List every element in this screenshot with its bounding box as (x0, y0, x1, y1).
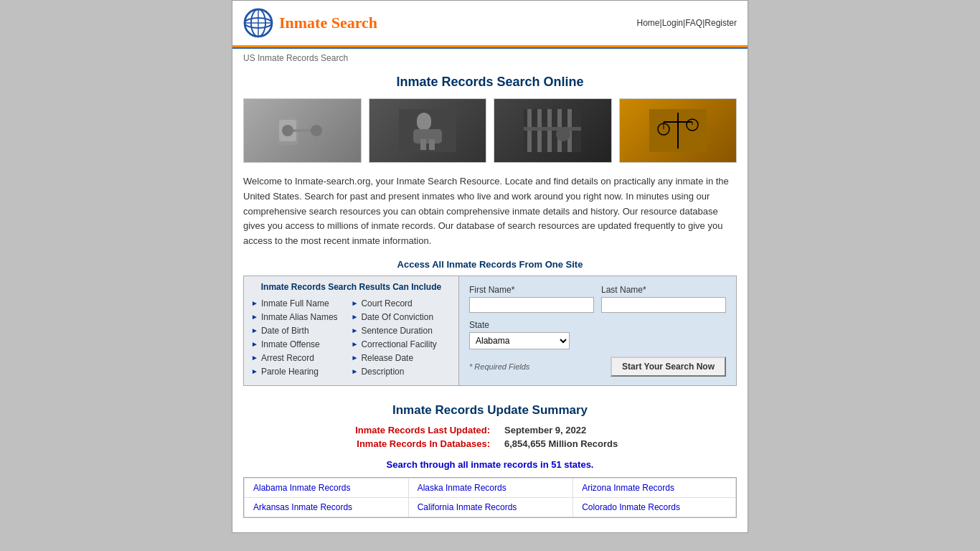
right-panel: First Name* Last Name* State AlabamaAlas… (459, 276, 736, 385)
state-table-body: Alabama Inmate RecordsAlaska Inmate Reco… (245, 478, 736, 517)
form-row-state: State AlabamaAlaskaArizonaArkansasCalifo… (469, 320, 726, 349)
table-cell[interactable]: Alaska Inmate Records (408, 478, 573, 497)
update-row-last-updated: Inmate Records Last Updated: September 9… (243, 425, 737, 435)
justice-svg (649, 109, 707, 152)
svg-rect-22 (524, 127, 581, 131)
arrow-icon: ► (251, 340, 258, 348)
arrow-icon: ► (251, 326, 258, 334)
required-note: * Required Fields (469, 362, 529, 371)
globe-icon (243, 8, 273, 38)
arrow-icon: ► (251, 313, 258, 321)
field-item: ►Inmate Offense (251, 339, 352, 350)
records-label: Inmate Records In Databases: (332, 438, 490, 449)
field-item: ►Description (352, 366, 452, 377)
arrow-icon: ► (352, 299, 359, 307)
image-bars (494, 98, 612, 163)
svg-rect-13 (413, 129, 442, 143)
state-select[interactable]: AlabamaAlaskaArizonaArkansasCaliforniaCo… (469, 332, 570, 349)
image-justice (619, 98, 738, 163)
main-content: Inmate Records Search Online (232, 67, 748, 532)
field-label: Date of Birth (261, 326, 309, 336)
logo-area: Inmate Search (243, 8, 377, 38)
arrow-icon: ► (352, 354, 359, 362)
fields-grid: ►Inmate Full Name►Court Record►Inmate Al… (251, 298, 451, 377)
nav-faq[interactable]: FAQ (685, 18, 702, 28)
field-label: Inmate Full Name (261, 298, 329, 309)
update-row-records: Inmate Records In Databases: 6,854,655 M… (243, 438, 737, 449)
field-item: ►Parole Hearing (251, 366, 352, 377)
left-panel: Inmate Records Search Results Can Includ… (244, 276, 459, 385)
last-updated-value: September 9, 2022 (504, 425, 648, 435)
arrest-svg (399, 109, 456, 152)
state-records-link[interactable]: Arizona Inmate Records (582, 483, 674, 493)
svg-rect-14 (420, 139, 426, 150)
arrow-icon: ► (352, 313, 359, 321)
field-item: ►Date of Birth (251, 325, 352, 336)
arrow-icon: ► (352, 340, 359, 348)
field-label: Release Date (361, 353, 413, 363)
arrow-icon: ► (251, 299, 258, 307)
first-name-group: First Name* (469, 285, 594, 313)
first-name-label: First Name* (469, 285, 594, 295)
field-item: ►Release Date (352, 352, 452, 364)
records-value: 6,854,655 Million Records (504, 438, 648, 449)
search-button[interactable]: Start Your Search Now (611, 357, 726, 377)
table-row: Alabama Inmate RecordsAlaska Inmate Reco… (245, 478, 736, 497)
state-records-link[interactable]: California Inmate Records (418, 502, 517, 512)
table-cell[interactable]: Alabama Inmate Records (245, 478, 409, 497)
svg-point-8 (282, 125, 293, 136)
nav-login[interactable]: Login (662, 18, 683, 28)
arrow-icon: ► (352, 326, 359, 334)
nav-links: Home|Login|FAQ|Register (637, 18, 737, 28)
left-panel-title: Inmate Records Search Results Can Includ… (251, 282, 451, 292)
field-item: ►Sentence Duration (352, 325, 452, 336)
arrow-icon: ► (352, 367, 359, 375)
field-label: Description (361, 367, 404, 377)
first-name-input[interactable] (469, 297, 594, 313)
field-label: Inmate Offense (261, 339, 320, 349)
search-link[interactable]: Search through all inmate records in 51 … (243, 459, 737, 470)
table-cell[interactable]: Colorado Inmate Records (573, 497, 736, 517)
table-cell[interactable]: Arizona Inmate Records (573, 478, 736, 497)
last-updated-label: Inmate Records Last Updated: (332, 425, 490, 435)
image-handcuffs (243, 98, 362, 163)
state-records-link[interactable]: Alabama Inmate Records (253, 483, 350, 493)
images-row (243, 98, 737, 163)
last-name-label: Last Name* (601, 285, 726, 295)
description-text: Welcome to Inmate-search.org, your Inmat… (243, 174, 737, 249)
field-item: ►Correctional Facility (352, 339, 452, 350)
svg-rect-10 (293, 129, 311, 132)
field-label: Court Record (361, 298, 412, 309)
state-records-link[interactable]: Colorado Inmate Records (582, 502, 680, 512)
bars-svg (524, 109, 581, 152)
site-title: Inmate Search (279, 14, 377, 32)
last-name-group: Last Name* (601, 285, 726, 313)
field-label: Inmate Alias Names (261, 312, 338, 322)
search-container: Inmate Records Search Results Can Includ… (243, 276, 737, 386)
field-item: ►Date Of Conviction (352, 311, 452, 323)
site-header: Inmate Search Home|Login|FAQ|Register (232, 1, 748, 45)
table-cell[interactable]: Arkansas Inmate Records (245, 497, 409, 517)
access-heading: Access All Inmate Records From One Site (243, 259, 737, 270)
field-label: Arrest Record (261, 353, 314, 363)
last-name-input[interactable] (601, 297, 726, 313)
search-states-link[interactable]: Search through all inmate records in 51 … (387, 459, 594, 470)
field-item: ►Court Record (352, 298, 452, 309)
arrow-icon: ► (251, 367, 258, 375)
svg-point-9 (311, 125, 322, 136)
image-arrest (369, 98, 487, 163)
handcuffs-svg (273, 109, 331, 152)
field-label: Date Of Conviction (361, 312, 433, 322)
field-item: ►Inmate Alias Names (251, 311, 352, 323)
state-table: Alabama Inmate RecordsAlaska Inmate Reco… (244, 478, 736, 517)
svg-rect-12 (417, 113, 431, 131)
form-row-submit: * Required Fields Start Your Search Now (469, 357, 726, 377)
table-cell[interactable]: California Inmate Records (408, 497, 573, 517)
breadcrumb: US Inmate Records Search (232, 49, 748, 67)
state-records-link[interactable]: Alaska Inmate Records (418, 483, 507, 493)
state-records-link[interactable]: Arkansas Inmate Records (253, 502, 352, 512)
field-label: Sentence Duration (361, 326, 432, 336)
state-table-container: Alabama Inmate RecordsAlaska Inmate Reco… (243, 477, 737, 518)
nav-home[interactable]: Home (637, 18, 660, 28)
nav-register[interactable]: Register (705, 18, 737, 28)
